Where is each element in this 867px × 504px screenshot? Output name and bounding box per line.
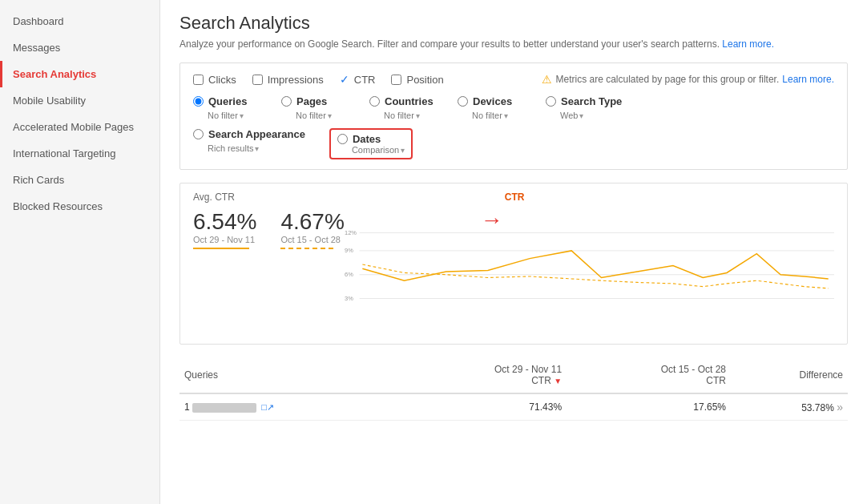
filter-sub-queries[interactable]: No filter ▾ xyxy=(193,111,257,120)
ctr-line-solid xyxy=(193,248,249,249)
cell-oct15-ctr: 17.65% xyxy=(567,393,731,421)
dropdown-arrow-search-type: ▾ xyxy=(579,111,583,120)
check-icon: ✓ xyxy=(340,73,349,86)
ctr-secondary-date: Oct 15 - Oct 28 xyxy=(280,235,344,244)
dropdown-arrow-countries: ▾ xyxy=(416,111,420,120)
filter-label-pages: Pages xyxy=(296,95,327,107)
metric-clicks[interactable]: Clicks xyxy=(193,74,236,86)
filter-header-queries[interactable]: Queries xyxy=(193,95,257,107)
filter-sub-search-appearance[interactable]: Rich results ▾ xyxy=(193,143,305,153)
sidebar-item-messages[interactable]: Messages xyxy=(0,34,159,61)
filter-search-type: Search Type Web ▾ xyxy=(546,95,622,120)
metric-ctr[interactable]: ✓CTR xyxy=(340,73,376,86)
ctr-line-dashed xyxy=(280,248,337,249)
learn-more-link[interactable]: Learn more. xyxy=(722,38,774,50)
sidebar-item-international-targeting[interactable]: International Targeting xyxy=(0,140,159,167)
filter-header-search-appearance[interactable]: Search Appearance xyxy=(193,128,305,140)
radio-search-appearance[interactable] xyxy=(193,129,204,139)
filter-header-countries[interactable]: Countries xyxy=(369,95,434,107)
annotation-area: Avg. CTR 6.54% Oct 29 - Nov 11 4.67% Oct… xyxy=(193,192,834,336)
ctr-secondary: 4.67% Oct 15 - Oct 28 xyxy=(280,209,344,249)
filter-row-1: Queries No filter ▾ Pages No filter ▾ Co… xyxy=(193,95,834,120)
data-table: Queries Oct 29 - Nov 11CTR ▼ Oct 15 - Oc… xyxy=(179,357,848,421)
metric-label: Position xyxy=(406,74,443,86)
blurred-query xyxy=(192,403,256,413)
sidebar-item-search-analytics[interactable]: Search Analytics xyxy=(0,61,159,87)
filter-row-2: Search Appearance Rich results ▾ Dates C… xyxy=(193,128,834,159)
dates-box[interactable]: Dates Comparison ▾ xyxy=(329,128,413,159)
cell-rank: 1 □↗ xyxy=(179,393,397,421)
ctr-secondary-value: 4.67% xyxy=(280,209,344,235)
svg-text:9%: 9% xyxy=(345,247,353,254)
page-title: Search Analytics xyxy=(179,13,848,34)
filter-pages: Pages No filter ▾ xyxy=(281,95,345,120)
filter-label-search-appearance: Search Appearance xyxy=(208,128,305,140)
filter-header-pages[interactable]: Pages xyxy=(281,95,345,107)
col-queries[interactable]: Queries xyxy=(179,357,397,393)
sidebar-item-rich-cards[interactable]: Rich Cards xyxy=(0,167,159,193)
sidebar-item-dashboard[interactable]: Dashboard xyxy=(0,8,159,34)
table-header: Queries Oct 29 - Nov 11CTR ▼ Oct 15 - Oc… xyxy=(179,357,848,393)
metric-label: CTR xyxy=(354,74,376,86)
sidebar-item-accelerated-mobile-pages[interactable]: Accelerated Mobile Pages xyxy=(0,114,159,140)
filter-label-devices: Devices xyxy=(473,95,512,107)
metric-checkbox[interactable] xyxy=(252,75,263,85)
metric-checkbox[interactable] xyxy=(391,75,401,85)
filter-label-dates: Dates xyxy=(353,133,381,145)
avg-ctr-label: Avg. CTR xyxy=(193,192,345,203)
filter-queries: Queries No filter ▾ xyxy=(193,95,257,120)
filter-sub-dates[interactable]: Comparison ▾ xyxy=(337,145,405,155)
sidebar-item-mobile-usability[interactable]: Mobile Usability xyxy=(0,87,159,114)
metrics-learn-more-link[interactable]: Learn more. xyxy=(782,74,834,85)
filter-label-countries: Countries xyxy=(385,95,434,107)
filter-header-devices[interactable]: Devices xyxy=(458,95,522,107)
svg-text:6%: 6% xyxy=(345,271,353,278)
dropdown-arrow-pages: ▾ xyxy=(328,111,332,120)
chart-container: Avg. CTR 6.54% Oct 29 - Nov 11 4.67% Oct… xyxy=(179,183,848,345)
sort-arrow: ▼ xyxy=(554,377,562,385)
radio-pages[interactable] xyxy=(281,96,292,107)
metric-impressions[interactable]: Impressions xyxy=(252,74,324,86)
filter-header-dates[interactable]: Dates xyxy=(337,133,405,145)
radio-dates[interactable] xyxy=(337,134,348,144)
external-link-icon[interactable]: □↗ xyxy=(261,402,274,412)
ctr-chart: 12% 9% 6% 3% xyxy=(345,208,834,336)
sidebar-item-blocked-resources[interactable]: Blocked Resources xyxy=(0,193,159,220)
radio-search-type[interactable] xyxy=(546,96,556,107)
ctr-primary: 6.54% Oct 29 - Nov 11 xyxy=(193,209,256,249)
table-row: 1 □↗ 71.43% 17.65% 53.78% » xyxy=(179,393,848,421)
chart-ctr-label: CTR xyxy=(505,192,834,203)
filter-sub-countries[interactable]: No filter ▾ xyxy=(369,111,434,120)
cell-difference: 53.78% » xyxy=(731,393,848,421)
metric-position[interactable]: Position xyxy=(391,74,443,86)
chart-area: ← CTR 12% 9% 6% 3% xyxy=(345,192,834,336)
radio-devices[interactable] xyxy=(458,96,468,107)
ctr-primary-date: Oct 29 - Nov 11 xyxy=(193,235,256,244)
filter-sub-pages[interactable]: No filter ▾ xyxy=(281,111,345,120)
dropdown-arrow-search-appearance: ▾ xyxy=(255,144,259,153)
filter-dates: Dates Comparison ▾ xyxy=(329,128,413,159)
svg-text:3%: 3% xyxy=(345,295,353,302)
filter-panel: ClicksImpressions✓CTRPosition ⚠ Metrics … xyxy=(179,62,848,170)
metric-label: Impressions xyxy=(268,74,324,86)
col-oct29-ctr[interactable]: Oct 29 - Nov 11CTR ▼ xyxy=(397,357,567,393)
dropdown-arrow-dates: ▾ xyxy=(401,146,405,155)
filter-header-search-type[interactable]: Search Type xyxy=(546,95,622,107)
ctr-primary-value: 6.54% xyxy=(193,209,256,235)
col-oct15-ctr[interactable]: Oct 15 - Oct 28CTR xyxy=(567,357,731,393)
warn-icon: ⚠ xyxy=(542,73,552,86)
col-difference[interactable]: Difference xyxy=(731,357,848,393)
filter-sub-search-type[interactable]: Web ▾ xyxy=(546,111,622,120)
metric-label: Clicks xyxy=(208,74,236,86)
double-chevron-icon[interactable]: » xyxy=(837,401,843,413)
radio-countries[interactable] xyxy=(369,96,380,107)
filter-countries: Countries No filter ▾ xyxy=(369,95,434,120)
dropdown-arrow-devices: ▾ xyxy=(504,111,508,120)
dropdown-arrow-queries: ▾ xyxy=(240,111,244,120)
metrics-info: ⚠ Metrics are calculated by page for thi… xyxy=(542,73,834,86)
radio-queries[interactable] xyxy=(193,96,204,107)
page-subtitle: Analyze your performance on Google Searc… xyxy=(179,38,848,50)
cell-oct29-ctr: 71.43% xyxy=(397,393,567,421)
filter-sub-devices[interactable]: No filter ▾ xyxy=(458,111,522,120)
metric-checkbox[interactable] xyxy=(193,75,204,85)
